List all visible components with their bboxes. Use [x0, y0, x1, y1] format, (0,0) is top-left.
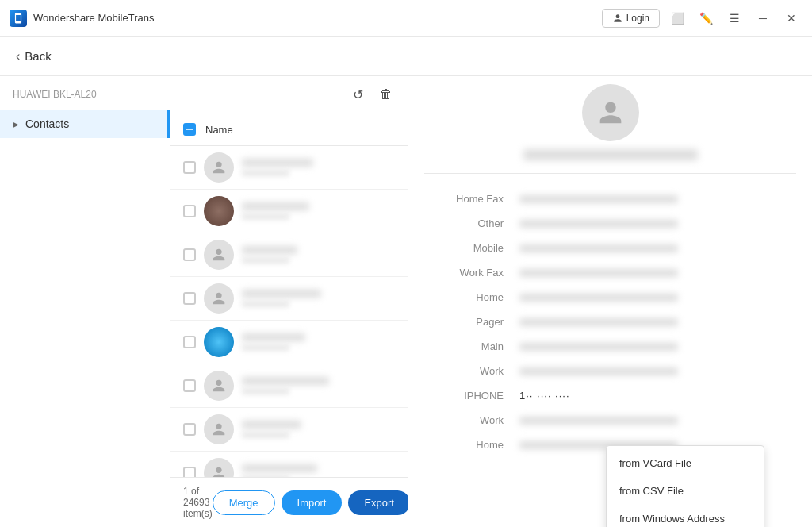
contact-checkbox[interactable]	[183, 379, 196, 392]
import-vcard-option[interactable]: from VCard File	[607, 449, 764, 477]
footer-buttons: Merge Import Export	[213, 490, 410, 515]
field-row-main: Main	[424, 334, 796, 359]
contact-row[interactable]	[170, 452, 408, 477]
contact-info	[242, 290, 395, 307]
contact-info	[242, 421, 395, 438]
merge-button[interactable]: Merge	[213, 490, 275, 515]
app-icon	[10, 10, 27, 27]
field-value	[519, 244, 678, 252]
contact-row[interactable]	[170, 364, 408, 408]
back-arrow-icon: ‹	[16, 49, 20, 63]
titlebar-left: Wondershare MobileTrans	[10, 10, 154, 27]
contact-name	[242, 464, 317, 472]
main-content: HUAWEI BKL-AL20 ▶ Contacts ↺ 🗑 Name	[0, 76, 812, 527]
avatar	[204, 458, 234, 477]
app-title: Wondershare MobileTrans	[33, 12, 154, 24]
contact-name	[242, 290, 321, 298]
contact-sub	[242, 301, 289, 307]
sidebar-contacts-label: Contacts	[25, 117, 69, 130]
contact-name	[242, 246, 297, 254]
titlebar: Wondershare MobileTrans Login ⬜ ✏️ ☰ ─ ✕	[0, 0, 812, 37]
import-button[interactable]: Import	[282, 490, 343, 515]
list-footer: 1 of 24693 item(s) Merge Import Export	[170, 477, 408, 527]
field-label: Mobile	[440, 242, 504, 254]
contact-info	[242, 377, 395, 394]
contact-sub	[242, 257, 289, 264]
back-button[interactable]: ‹ Back	[16, 49, 52, 63]
contact-info	[242, 202, 395, 220]
field-label: Pager	[440, 316, 504, 328]
titlebar-right: Login ⬜ ✏️ ☰ ─ ✕	[602, 7, 802, 29]
item-count: 1 of 24693 item(s)	[183, 486, 213, 519]
field-label: Home	[440, 439, 504, 451]
window-bookmark-icon[interactable]: ⬜	[666, 7, 688, 29]
field-row-workfax: Work Fax	[424, 260, 796, 285]
field-row-pager: Pager	[424, 310, 796, 334]
field-value	[519, 343, 678, 351]
contact-row[interactable]	[170, 146, 408, 190]
edit-icon[interactable]: ✏️	[695, 7, 717, 29]
delete-button[interactable]: 🗑	[374, 83, 398, 106]
field-value	[519, 367, 678, 375]
avatar	[204, 327, 234, 357]
field-value	[519, 294, 678, 302]
contact-checkbox[interactable]	[183, 205, 196, 217]
list-header: Name	[170, 113, 408, 146]
backbar: ‹ Back	[0, 37, 812, 76]
field-value	[519, 417, 678, 425]
contact-sub	[242, 388, 289, 394]
contact-row[interactable]	[170, 408, 408, 452]
field-label: Work	[440, 414, 504, 426]
contact-list-panel: ↺ 🗑 Name	[170, 76, 408, 527]
contact-row[interactable]	[170, 321, 408, 364]
field-label: Work	[440, 365, 504, 377]
contact-row[interactable]	[170, 190, 408, 233]
avatar	[204, 371, 234, 401]
avatar	[204, 196, 234, 226]
contact-row[interactable]	[170, 233, 408, 277]
field-row-homefax: Home Fax	[424, 187, 796, 211]
contact-checkbox[interactable]	[183, 336, 196, 348]
field-row-work2: Work	[424, 408, 796, 433]
detail-avatar	[582, 84, 639, 141]
field-label: Main	[440, 340, 504, 352]
contact-name	[242, 159, 313, 167]
import-csv-option[interactable]: from CSV File	[607, 477, 764, 505]
contact-info	[242, 333, 395, 351]
field-row-home: Home	[424, 285, 796, 310]
login-label: Login	[626, 13, 649, 24]
field-row-work: Work	[424, 359, 796, 383]
import-dropdown-menu: from VCard File from CSV File from Windo…	[606, 445, 764, 527]
minimize-icon[interactable]: ─	[752, 7, 774, 29]
contact-name	[242, 333, 305, 341]
field-row-other: Other	[424, 211, 796, 236]
field-label: Other	[440, 217, 504, 229]
field-value	[519, 318, 678, 326]
field-value	[519, 220, 678, 228]
contact-fields: Home Fax Other Mobile Work Fax Home	[424, 173, 796, 457]
avatar	[204, 240, 234, 270]
select-all-checkbox[interactable]	[183, 123, 196, 136]
export-button[interactable]: Export	[348, 490, 410, 515]
contact-info	[242, 159, 395, 176]
refresh-button[interactable]: ↺	[346, 83, 370, 106]
sidebar-item-contacts[interactable]: ▶ Contacts	[0, 110, 170, 138]
back-label: Back	[25, 49, 51, 63]
avatar	[204, 152, 234, 183]
close-icon[interactable]: ✕	[780, 7, 802, 29]
field-value	[519, 195, 678, 203]
field-label: Work Fax	[440, 267, 504, 279]
list-toolbar: ↺ 🗑	[170, 76, 408, 113]
contact-checkbox[interactable]	[183, 161, 196, 174]
contact-sub	[242, 475, 289, 477]
contact-checkbox[interactable]	[183, 248, 196, 261]
import-address-book-option[interactable]: from Windows Address Book	[607, 505, 764, 527]
contact-checkbox[interactable]	[183, 423, 196, 436]
contact-row[interactable]	[170, 277, 408, 321]
login-button[interactable]: Login	[602, 9, 660, 28]
menu-icon[interactable]: ☰	[723, 7, 745, 29]
avatar	[204, 283, 234, 314]
contact-name	[242, 202, 309, 210]
contact-checkbox[interactable]	[183, 467, 196, 477]
contact-checkbox[interactable]	[183, 292, 196, 305]
